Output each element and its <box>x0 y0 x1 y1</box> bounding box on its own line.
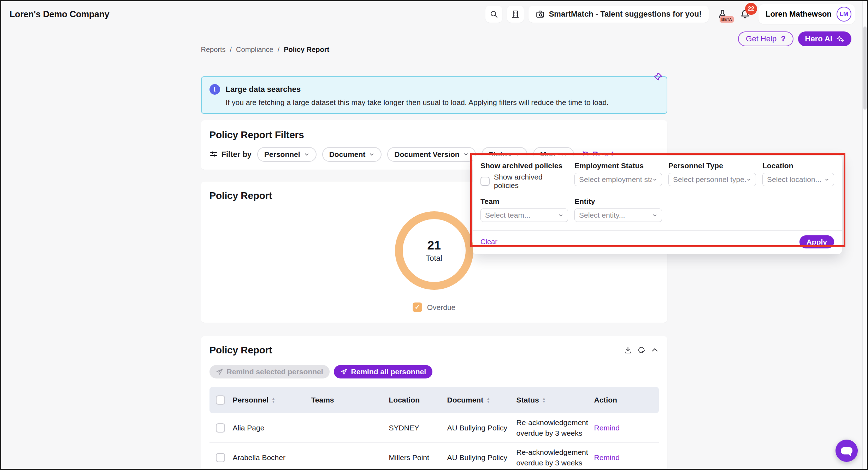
remind-buttons-row: Remind selected personnel Remind all per… <box>209 365 659 378</box>
location-label: Location <box>762 162 834 170</box>
user-menu-button[interactable]: Loren Mathewson LM <box>758 4 855 24</box>
filter-personnel-button[interactable]: Personnel <box>257 147 317 162</box>
smartmatch-briefcase-search-icon <box>536 10 545 19</box>
search-icon <box>490 10 498 18</box>
row-checkbox[interactable] <box>216 423 225 433</box>
apply-filters-button[interactable]: Apply <box>799 235 834 248</box>
entity-select[interactable]: Select entity... <box>574 208 662 222</box>
remind-link[interactable]: Remind <box>594 453 620 462</box>
get-help-label: Get Help <box>746 34 777 43</box>
employment-status-group: Employment Status Select employment stat… <box>574 162 662 190</box>
cell-document: AU Bullying Policy <box>447 424 516 432</box>
donut-ring[interactable]: 21 Total <box>395 211 473 290</box>
topbar: Loren's Demo Company SmartMatch - Talent… <box>1 1 867 27</box>
company-switcher-button[interactable] <box>507 6 524 23</box>
breadcrumb-separator: / <box>230 46 232 54</box>
remind-all-personnel-button[interactable]: Remind all personnel <box>334 365 432 378</box>
personnel-type-select[interactable]: Select personnel type... <box>668 173 756 186</box>
company-title: Loren's Demo Company <box>10 9 110 19</box>
scrollbar-track[interactable] <box>862 1 867 469</box>
collapse-icon[interactable] <box>651 346 659 354</box>
smartmatch-button[interactable]: SmartMatch - Talent suggestions for you! <box>529 6 709 23</box>
table-tools <box>624 346 659 354</box>
cell-document: AU Bullying Policy <box>447 453 516 462</box>
entity-group: Entity Select entity... <box>574 198 662 222</box>
column-header-location[interactable]: Location <box>389 396 447 404</box>
refresh-icon[interactable] <box>637 346 645 354</box>
remind-selected-personnel-button[interactable]: Remind selected personnel <box>209 365 330 378</box>
panel-divider <box>473 230 842 231</box>
sort-icon: ▲▼ <box>486 397 490 403</box>
column-header-status[interactable]: Status ▲▼ <box>516 396 594 404</box>
legend-overdue-label: Overdue <box>427 303 456 312</box>
show-archived-checkbox-label: Show archived policies <box>494 173 568 190</box>
filter-document-button[interactable]: Document <box>322 147 382 162</box>
remind-link[interactable]: Remind <box>594 424 620 432</box>
notifications-button[interactable]: 22 <box>736 6 754 23</box>
cell-personnel: Alia Page <box>233 424 311 432</box>
scrollbar-thumb[interactable] <box>863 27 867 110</box>
cell-location: Millers Point <box>389 453 447 462</box>
table-row: Alia Page SYDNEY AU Bullying Policy Re-a… <box>209 413 659 443</box>
breadcrumb-separator: / <box>278 46 280 54</box>
user-name: Loren Mathewson <box>766 10 832 19</box>
info-banner: i Large data searches If you are fetchin… <box>201 76 667 114</box>
team-label: Team <box>480 198 568 205</box>
filter-document-version-button[interactable]: Document Version <box>387 147 476 162</box>
breadcrumb-compliance[interactable]: Compliance <box>236 46 273 54</box>
sparkles-icon <box>836 35 844 43</box>
column-header-personnel[interactable]: Personnel ▲▼ <box>233 396 311 404</box>
chevron-down-icon <box>652 177 657 182</box>
hero-ai-label: Hero AI <box>805 34 832 43</box>
location-group: Location Select location... <box>762 162 834 190</box>
employment-status-select[interactable]: Select employment statu <box>574 173 662 186</box>
send-icon <box>216 368 223 376</box>
cell-status: Re-acknowledgement overdue by 3 weeks <box>516 447 594 468</box>
personnel-type-group: Personnel Type Select personnel type... <box>668 162 756 190</box>
breadcrumb-policy-report: Policy Report <box>284 46 329 54</box>
chevron-down-icon <box>824 177 829 182</box>
show-archived-label: Show archived policies <box>480 162 568 170</box>
question-mark-icon: ? <box>781 34 785 43</box>
cell-status: Re-acknowledgement overdue by 3 weeks <box>516 417 594 438</box>
chat-widget-button[interactable] <box>835 440 858 462</box>
breadcrumb: Reports / Compliance / Policy Report <box>201 46 667 54</box>
get-help-button[interactable]: Get Help ? <box>738 31 793 46</box>
filters-card-title: Policy Report Filters <box>209 129 659 141</box>
show-archived-group: Show archived policies Show archived pol… <box>480 162 568 190</box>
send-icon <box>340 368 348 376</box>
download-icon[interactable] <box>624 346 632 354</box>
smartmatch-label: SmartMatch - Talent suggestions for you! <box>549 10 702 19</box>
breadcrumb-reports[interactable]: Reports <box>201 46 226 54</box>
clear-filters-link[interactable]: Clear <box>480 238 497 246</box>
personnel-type-label: Personnel Type <box>668 162 756 170</box>
more-filters-panel: Show archived policies Show archived pol… <box>473 155 842 254</box>
team-select[interactable]: Select team... <box>480 208 568 222</box>
cell-location: SYDNEY <box>389 424 447 432</box>
donut-total-value: 21 <box>427 238 441 252</box>
column-header-document[interactable]: Document ▲▼ <box>447 396 516 404</box>
pin-icon[interactable] <box>653 72 664 84</box>
location-select[interactable]: Select location... <box>762 173 834 186</box>
avatar: LM <box>837 7 851 22</box>
notification-count-badge: 22 <box>745 3 757 15</box>
row-checkbox[interactable] <box>216 453 225 462</box>
search-button[interactable] <box>485 6 502 23</box>
beta-lab-button[interactable]: BETA <box>713 6 732 23</box>
column-header-action: Action <box>594 396 659 404</box>
table-row: Arabella Bocher Millers Point AU Bullyin… <box>209 443 659 470</box>
banner-title: Large data searches <box>226 85 609 94</box>
legend-overdue-checkbox[interactable]: ✓ <box>413 302 422 312</box>
building-icon <box>511 10 520 18</box>
adjustments-icon <box>209 150 218 159</box>
hero-ai-button[interactable]: Hero AI <box>798 31 851 46</box>
select-all-checkbox[interactable] <box>216 395 225 405</box>
chart-legend: ✓ Overdue <box>413 302 456 312</box>
column-header-teams[interactable]: Teams <box>311 396 389 404</box>
show-archived-checkbox[interactable] <box>480 177 490 186</box>
cell-personnel: Arabella Bocher <box>233 453 311 462</box>
beta-badge: BETA <box>720 16 734 23</box>
topbar-actions: SmartMatch - Talent suggestions for you!… <box>485 4 855 24</box>
chevron-down-icon <box>304 152 309 157</box>
sort-icon: ▲▼ <box>272 397 275 403</box>
